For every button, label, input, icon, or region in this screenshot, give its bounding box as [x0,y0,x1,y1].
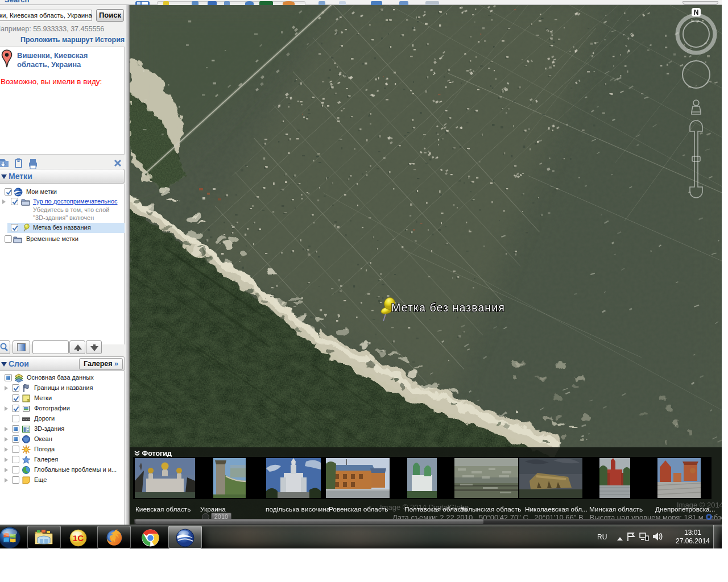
svg-text:Метка без названия: Метка без названия [391,301,505,314]
svg-text:N: N [694,9,699,16]
